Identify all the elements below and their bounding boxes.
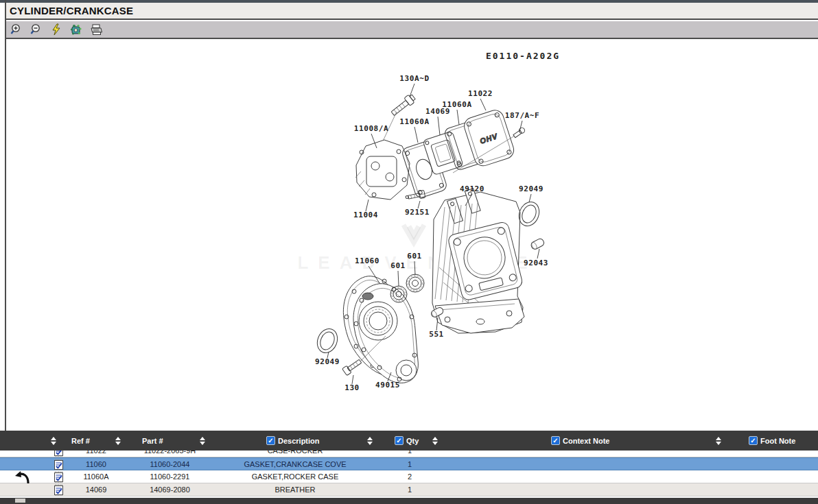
- diagram-part-label[interactable]: 130: [344, 383, 360, 392]
- column-header-qty[interactable]: ✓ Qty: [395, 431, 419, 451]
- context-note-cell: [480, 483, 624, 496]
- diagram-part-label[interactable]: 11008/A: [354, 124, 389, 133]
- page-title: CYLINDER/CRANKCASE: [6, 5, 133, 16]
- interactive-parts-icon[interactable]: [69, 23, 83, 36]
- sort-icon[interactable]: [432, 436, 438, 445]
- qty-cell: 1: [395, 458, 425, 471]
- diagram-part-label[interactable]: 11060A: [399, 117, 429, 126]
- bearing-601-right-drawing: [406, 274, 424, 292]
- column-header-context-note[interactable]: ✓ Context Note: [551, 431, 609, 451]
- diagram-code: E0110-A202G: [486, 51, 560, 61]
- diagram-part-label[interactable]: 601: [407, 252, 422, 261]
- label-leader-line: [457, 110, 459, 125]
- qty-cell: 1: [395, 451, 425, 457]
- label-leader-line: [414, 127, 418, 143]
- lightning-hotspot-icon[interactable]: [49, 23, 63, 36]
- sort-icon[interactable]: [715, 436, 721, 445]
- diagram-part-label[interactable]: 49120: [460, 184, 484, 193]
- diagram-part-label[interactable]: 92151: [405, 208, 430, 217]
- description-cell: BREATHER: [196, 483, 395, 496]
- crankcase-drawing: [432, 189, 524, 333]
- label-leader-line: [438, 117, 440, 135]
- parts-table-body: 11022 11022-2065-9H CASE-ROCKER 1 11060 …: [0, 451, 818, 498]
- diagram-part-label[interactable]: 92043: [524, 259, 548, 267]
- oil-seal-left-drawing: [314, 326, 340, 356]
- diagram-part-label[interactable]: 11060: [355, 256, 379, 265]
- zoom-in-icon[interactable]: [10, 23, 23, 36]
- label-leader-line: [519, 121, 522, 132]
- qty-cell: 2: [395, 470, 425, 483]
- label-leader-line: [480, 99, 486, 110]
- pin-92043-drawing: [530, 237, 545, 250]
- exploded-view-art: OHV: [314, 93, 545, 383]
- sort-icon[interactable]: [366, 436, 373, 445]
- diagram-part-label[interactable]: 92049: [315, 357, 340, 366]
- label-leader-line: [398, 271, 399, 286]
- foot-note-cell: [700, 451, 803, 457]
- context-note-cell: [480, 451, 624, 457]
- diagram-part-label[interactable]: 92049: [519, 184, 544, 193]
- diagram-part-label[interactable]: 601: [390, 261, 406, 270]
- crankcase-cover-drawing: [353, 284, 418, 383]
- print-icon[interactable]: [89, 23, 103, 36]
- diagram-part-label[interactable]: 551: [429, 330, 444, 339]
- qty-cell: 1: [395, 483, 425, 496]
- sort-icon[interactable]: [199, 436, 205, 445]
- foot-note-cell: [700, 458, 803, 471]
- column-header-part[interactable]: Part #: [142, 431, 163, 451]
- description-checkbox[interactable]: ✓: [266, 436, 275, 445]
- description-cell: GASKET,ROCKER CASE: [196, 470, 395, 483]
- diagram-part-label[interactable]: 11004: [353, 211, 378, 219]
- context-note-cell: [480, 458, 624, 471]
- label-leader-line: [366, 200, 369, 211]
- zoom-out-icon[interactable]: [30, 23, 43, 36]
- table-row[interactable]: 11060A 11060-2291 GASKET,ROCKER CASE 2: [0, 470, 818, 483]
- description-cell: CASE-ROCKER: [196, 451, 395, 457]
- sort-icon[interactable]: [115, 436, 121, 445]
- column-header-description[interactable]: ✓ Description: [266, 431, 320, 451]
- bottom-scrollbar[interactable]: [0, 498, 818, 504]
- label-leader-line: [537, 249, 539, 259]
- sort-icon[interactable]: [50, 436, 56, 445]
- diagram-part-label[interactable]: 187/A~F: [505, 111, 540, 120]
- context-note-checkbox[interactable]: ✓: [551, 436, 560, 445]
- diagram-left-border: [5, 0, 6, 431]
- diagram-part-label[interactable]: 49015: [375, 381, 400, 389]
- description-cell: GASKET,CRANKCASE COVE: [196, 458, 395, 471]
- scrollbar-thumb[interactable]: [15, 499, 25, 503]
- diagram-part-label[interactable]: 130A~D: [399, 74, 429, 83]
- row-pointer-arrow: [14, 470, 30, 484]
- foot-note-checkbox[interactable]: ✓: [749, 436, 758, 445]
- label-leader-line: [529, 194, 531, 202]
- parts-table-header: Ref # Part # ✓ Description ✓ Qty ✓ Conte…: [0, 431, 818, 451]
- parts-diagram: LEADVENTURE E0110-A202G: [0, 0, 818, 504]
- foot-note-cell: [700, 470, 803, 483]
- table-row[interactable]: 11060 11060-2044 GASKET,CRANKCASE COVE 1: [0, 457, 818, 470]
- foot-note-cell: [700, 483, 803, 496]
- qty-checkbox[interactable]: ✓: [395, 436, 404, 445]
- column-header-foot-note[interactable]: ✓ Foot Note: [749, 431, 795, 451]
- cylinder-head-drawing: [355, 140, 410, 200]
- title-bar: CYLINDER/CRANKCASE: [6, 3, 818, 20]
- context-note-cell: [480, 470, 624, 483]
- table-row[interactable]: 11022 11022-2065-9H CASE-ROCKER 1: [0, 451, 818, 457]
- diagram-toolbar: [6, 21, 818, 39]
- table-row[interactable]: 14069 14069-2080 BREATHER 1: [0, 483, 818, 496]
- column-header-ref[interactable]: Ref #: [71, 431, 90, 451]
- diagram-part-label[interactable]: 11022: [468, 89, 493, 98]
- diagram-part-label[interactable]: 14069: [425, 107, 450, 116]
